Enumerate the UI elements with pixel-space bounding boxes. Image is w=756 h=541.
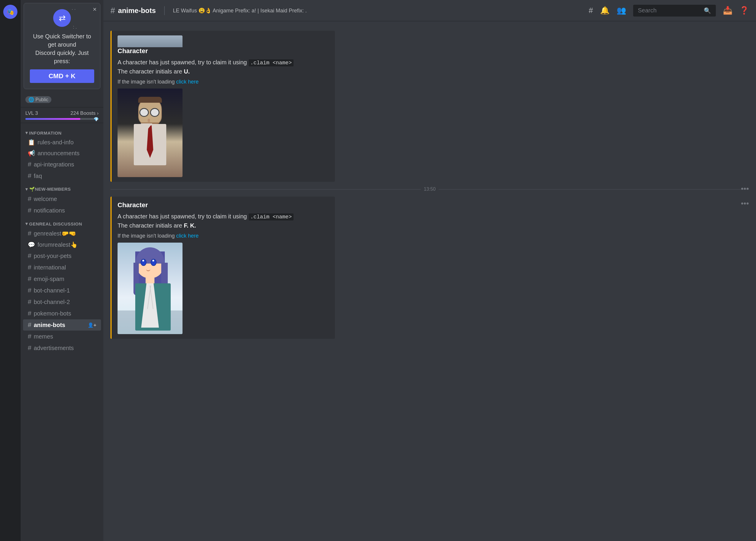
click-here-link-1[interactable]: click here <box>176 79 199 85</box>
rules-icon: 📋 <box>28 139 35 146</box>
channel-memes[interactable]: # memes <box>23 331 101 342</box>
hash-icon: # <box>28 286 31 294</box>
channel-international[interactable]: # international <box>23 262 101 273</box>
hash-icon: # <box>28 172 31 180</box>
quick-switcher-popup: × ⇄ · · : . Use Quick Switcher to get ar… <box>24 3 100 89</box>
channel-emoji-spam[interactable]: # emoji-spam <box>23 273 101 284</box>
hash-icon: # <box>28 321 31 329</box>
hash-icon: # <box>28 309 31 317</box>
embed-body-2: A character has just spawned, try to cla… <box>118 212 329 230</box>
embed-body-text-2: A character has just spawned, try to cla… <box>118 213 249 220</box>
channel-genrealest[interactable]: # genrealest🤛🤜 <box>23 228 101 239</box>
hash-icon: # <box>28 207 31 214</box>
public-badge: 🌐 Public <box>25 96 51 103</box>
help-icon[interactable]: ❓ <box>739 6 749 15</box>
search-icon: 🔍 <box>704 7 711 14</box>
server-icon[interactable]: 🎭 <box>3 5 17 19</box>
boost-fill <box>25 118 80 120</box>
globe-icon: 🌐 <box>28 97 34 102</box>
char-art-1 <box>118 89 183 177</box>
channel-list: ▾ INFORMATION 📋 rules-and-info 📢 announc… <box>21 123 103 541</box>
embed-initials-text-1: The character initials are U. <box>118 68 190 75</box>
add-member-icon: 👤+ <box>88 322 96 328</box>
click-here-link-2[interactable]: click here <box>176 233 199 239</box>
category-new-members[interactable]: ▾ 🌱NEW-MEMBERS <box>21 182 103 193</box>
category-information[interactable]: ▾ INFORMATION <box>21 126 103 137</box>
search-bar[interactable]: Search 🔍 <box>633 5 716 17</box>
members-icon[interactable]: 👥 <box>617 6 626 15</box>
embed-initials-text-2: The character initials are F. K. <box>118 222 196 229</box>
chevron-down-icon: ▾ <box>25 221 28 227</box>
embed-character-2: Character A character has just spawned, … <box>110 197 335 339</box>
hash-icon: # <box>28 264 31 271</box>
channel-post-your-pets[interactable]: # post-your-pets <box>23 250 101 262</box>
embed-code-1: .claim <name> <box>249 59 294 66</box>
character-image-2 <box>118 243 183 334</box>
embed-body-1: A character has just spawned, try to cla… <box>118 58 329 76</box>
channel-pokemon-bots[interactable]: # pokemon-bots <box>23 308 101 319</box>
embed-body-text-1: A character has just spawned, try to cla… <box>118 59 249 66</box>
message-group-1: Character A character has just spawned, … <box>103 31 756 182</box>
announce-icon: 📢 <box>28 150 35 157</box>
close-button[interactable]: × <box>93 6 97 13</box>
hash-icon: # <box>28 161 31 168</box>
channel-notifications[interactable]: # notifications <box>23 205 101 216</box>
channel-bot-channel-2[interactable]: # bot-channel-2 <box>23 296 101 307</box>
hash-icon: # <box>28 230 31 237</box>
message-more-options-1[interactable]: ••• <box>741 184 749 193</box>
dots-decoration: · · <box>72 7 76 12</box>
notification-icon[interactable]: 🔔 <box>600 6 610 15</box>
channel-welcome[interactable]: # welcome <box>23 193 101 205</box>
category-genreal-discussion[interactable]: ▾ GENREAL DISCUSSION <box>21 216 103 228</box>
message-more-options-2[interactable]: ••• <box>741 199 749 208</box>
channel-announcements[interactable]: 📢 announcements <box>23 148 101 159</box>
main-area: # anime-bots LE Waifus 😩👌 Anigame Prefix… <box>103 0 756 541</box>
channel-advertisements[interactable]: # advertisements <box>23 342 101 353</box>
embed-image-link-2: If the image isn't loading click here <box>118 233 329 239</box>
hash-icon: # <box>28 275 31 283</box>
quick-switcher-shortcut-button[interactable]: CMD + K <box>30 69 94 83</box>
channel-header: # anime-bots <box>110 6 156 15</box>
boost-header: LVL 3 224 Boosts › <box>25 110 99 116</box>
topbar-hash-icon: # <box>110 6 115 15</box>
hash-icon: # <box>28 195 31 203</box>
messages-area: Character A character has just spawned, … <box>103 21 756 541</box>
hash-icon: # <box>28 252 31 260</box>
server-sidebar: 🎭 <box>0 0 21 541</box>
embed-character-1: Character A character has just spawned, … <box>110 31 335 182</box>
hash-icon: # <box>28 344 31 352</box>
inbox-icon[interactable]: 📥 <box>723 6 732 15</box>
boost-track: 💎 <box>25 118 99 120</box>
topbar: # anime-bots LE Waifus 😩👌 Anigame Prefix… <box>103 0 756 21</box>
channel-faq[interactable]: # faq <box>23 170 101 182</box>
embed-title-2: Character <box>118 201 329 209</box>
channel-anime-bots[interactable]: # anime-bots 👤+ <box>23 319 101 330</box>
timestamp-divider-1350: 13:50 <box>103 184 756 194</box>
channel-bot-channel-1[interactable]: # bot-channel-1 <box>23 285 101 296</box>
hash-icon: # <box>28 298 31 306</box>
boost-gem: 💎 <box>94 117 99 122</box>
channel-sidebar: × ⇄ · · : . Use Quick Switcher to get ar… <box>21 0 103 541</box>
timestamp-text: 13:50 <box>424 187 436 192</box>
channel-rules-and-info[interactable]: 📋 rules-and-info <box>23 137 101 148</box>
channel-forumrealest[interactable]: 💬 forumrealest👆 <box>23 240 101 250</box>
hashtag-icon[interactable]: # <box>589 6 593 15</box>
forum-icon: 💬 <box>28 241 35 248</box>
character-image-1 <box>118 89 183 177</box>
message-group-2: Character A character has just spawned, … <box>103 197 756 339</box>
embed-code-2: .claim <name> <box>249 214 294 221</box>
chevron-down-icon: ▾ <box>25 130 28 136</box>
dots-decoration2: : . <box>73 25 77 30</box>
quick-switcher-description: Use Quick Switcher to get aroundDiscord … <box>30 32 94 65</box>
embed-title-1: Character <box>118 47 329 55</box>
server-info-bar: 🌐 Public <box>21 92 103 107</box>
topbar-channel-name: anime-bots <box>118 6 156 15</box>
topbar-icons: # 🔔 👥 Search 🔍 📥 ❓ <box>589 5 749 17</box>
embed-image-link-1: If the image isn't loading click here <box>118 79 329 85</box>
channel-api-integrations[interactable]: # api-integrations <box>23 159 101 170</box>
topbar-description: LE Waifus 😩👌 Anigame Prefix: a! | Isekai… <box>173 7 307 14</box>
hash-icon: # <box>28 332 31 340</box>
boost-bar[interactable]: LVL 3 224 Boosts › 💎 <box>21 107 103 123</box>
quick-switcher-icon: ⇄ <box>53 9 71 27</box>
char-art-2 <box>118 243 183 334</box>
